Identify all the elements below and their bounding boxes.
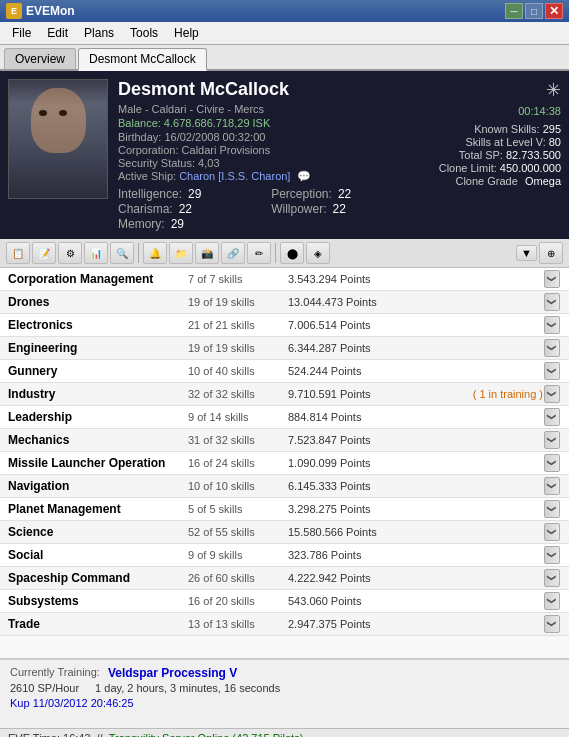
skill-count: 52 of 55 skills bbox=[188, 526, 288, 538]
menu-edit[interactable]: Edit bbox=[39, 24, 76, 42]
skill-count: 19 of 19 skills bbox=[188, 342, 288, 354]
skill-points: 2.947.375 Points bbox=[288, 618, 543, 630]
skill-name: Planet Management bbox=[8, 502, 188, 516]
skill-expand-icon[interactable]: ❯ bbox=[544, 592, 560, 610]
skill-count: 31 of 32 skills bbox=[188, 434, 288, 446]
skill-name: Drones bbox=[8, 295, 188, 309]
tab-character[interactable]: Desmont McCallock bbox=[78, 48, 207, 71]
skill-row[interactable]: Mechanics31 of 32 skills7.523.847 Points… bbox=[0, 429, 569, 452]
toolbar-btn-10[interactable]: ✏ bbox=[247, 242, 271, 264]
training-label: Currently Training: bbox=[10, 666, 100, 680]
menu-tools[interactable]: Tools bbox=[122, 24, 166, 42]
toolbar-btn-6[interactable]: 🔔 bbox=[143, 242, 167, 264]
toolbar-btn-3[interactable]: ⚙ bbox=[58, 242, 82, 264]
toolbar-btn-1[interactable]: 📋 bbox=[6, 242, 30, 264]
attr-charisma: Charisma: 22 bbox=[118, 202, 241, 216]
skill-row[interactable]: Electronics21 of 21 skills7.006.514 Poin… bbox=[0, 314, 569, 337]
skill-row[interactable]: Drones19 of 19 skills13.044.473 Points❯ bbox=[0, 291, 569, 314]
toolbar-btn-8[interactable]: 📸 bbox=[195, 242, 219, 264]
character-birthday: Birthday: 16/02/2008 00:32:00 bbox=[118, 131, 391, 143]
attr-willpower: Willpower: 22 bbox=[271, 202, 391, 216]
skill-row[interactable]: Industry32 of 32 skills9.710.591 Points(… bbox=[0, 383, 569, 406]
avatar-image bbox=[9, 80, 107, 198]
skill-expand-icon[interactable]: ❯ bbox=[544, 408, 560, 426]
skill-name: Mechanics bbox=[8, 433, 188, 447]
toolbar-btn-9[interactable]: 🔗 bbox=[221, 242, 245, 264]
skills-level-value: 80 bbox=[549, 136, 561, 148]
ship-link[interactable]: Charon [I.S.S. Charon] bbox=[179, 170, 290, 182]
skill-expand-icon[interactable]: ❯ bbox=[544, 339, 560, 357]
toolbar-btn-12[interactable]: ◈ bbox=[306, 242, 330, 264]
skill-row[interactable]: Social9 of 9 skills323.786 Points❯ bbox=[0, 544, 569, 567]
skill-expand-icon[interactable]: ❯ bbox=[544, 500, 560, 518]
mem-value: 29 bbox=[171, 217, 184, 231]
character-corporation: Corporation: Caldari Provisions bbox=[118, 144, 391, 156]
attr-perception: Perception: 22 bbox=[271, 187, 391, 201]
clone-grade-label: Clone Grade bbox=[455, 175, 517, 187]
skill-row[interactable]: Spaceship Command26 of 60 skills4.222.94… bbox=[0, 567, 569, 590]
skill-name: Leadership bbox=[8, 410, 188, 424]
mem-label: Memory: bbox=[118, 217, 165, 231]
skill-row[interactable]: Engineering19 of 19 skills6.344.287 Poin… bbox=[0, 337, 569, 360]
skill-expand-icon[interactable]: ❯ bbox=[544, 431, 560, 449]
total-sp: Total SP: 82.733.500 bbox=[459, 149, 561, 161]
toolbar-dropdown[interactable]: ▼ bbox=[516, 245, 537, 261]
skill-expand-icon[interactable]: ❯ bbox=[544, 546, 560, 564]
server-status: Tranquility Server Online (42.715 Pilots… bbox=[109, 732, 304, 737]
close-button[interactable]: ✕ bbox=[545, 3, 563, 19]
toolbar-separator-2 bbox=[275, 243, 276, 263]
maximize-button[interactable]: □ bbox=[525, 3, 543, 19]
skill-points: 15.580.566 Points bbox=[288, 526, 543, 538]
skill-row[interactable]: Trade13 of 13 skills2.947.375 Points❯ bbox=[0, 613, 569, 636]
toolbar-btn-13[interactable]: ⊕ bbox=[539, 242, 563, 264]
tab-bar: Overview Desmont McCallock bbox=[0, 45, 569, 71]
menu-file[interactable]: File bbox=[4, 24, 39, 42]
skill-count: 19 of 19 skills bbox=[188, 296, 288, 308]
skill-expand-icon[interactable]: ❯ bbox=[544, 454, 560, 472]
skill-expand-icon[interactable]: ❯ bbox=[544, 569, 560, 587]
toolbar-btn-2[interactable]: 📝 bbox=[32, 242, 56, 264]
clone-limit-label: Clone Limit: bbox=[439, 162, 497, 174]
window-controls: ─ □ ✕ bbox=[505, 3, 563, 19]
skill-points: 543.060 Points bbox=[288, 595, 543, 607]
skill-expand-icon[interactable]: ❯ bbox=[544, 523, 560, 541]
skill-name: Missile Launcher Operation bbox=[8, 456, 188, 470]
skill-row[interactable]: Gunnery10 of 40 skills524.244 Points❯ bbox=[0, 360, 569, 383]
total-sp-value: 82.733.500 bbox=[506, 149, 561, 161]
skill-row[interactable]: Subsystems16 of 20 skills543.060 Points❯ bbox=[0, 590, 569, 613]
window-title: EVEMon bbox=[26, 4, 505, 18]
menu-plans[interactable]: Plans bbox=[76, 24, 122, 42]
training-skill[interactable]: Veldspar Processing V bbox=[108, 666, 237, 680]
skills-toolbar: 📋 📝 ⚙ 📊 🔍 🔔 📁 📸 🔗 ✏ ⬤ ◈ ▼ ⊕ bbox=[0, 239, 569, 268]
skill-row[interactable]: Missile Launcher Operation16 of 24 skill… bbox=[0, 452, 569, 475]
skill-expand-icon[interactable]: ❯ bbox=[544, 477, 560, 495]
perc-label: Perception: bbox=[271, 187, 332, 201]
character-name: Desmont McCallock bbox=[118, 79, 391, 100]
skill-row[interactable]: Corporation Management7 of 7 skills3.543… bbox=[0, 268, 569, 291]
skill-expand-icon[interactable]: ❯ bbox=[544, 385, 560, 403]
tab-overview[interactable]: Overview bbox=[4, 48, 76, 69]
known-skills-value: 295 bbox=[543, 123, 561, 135]
skill-row[interactable]: Planet Management5 of 5 skills3.298.275 … bbox=[0, 498, 569, 521]
skill-count: 10 of 40 skills bbox=[188, 365, 288, 377]
skill-expand-icon[interactable]: ❯ bbox=[544, 270, 560, 288]
skill-expand-icon[interactable]: ❯ bbox=[544, 293, 560, 311]
skill-expand-icon[interactable]: ❯ bbox=[544, 316, 560, 334]
menu-help[interactable]: Help bbox=[166, 24, 207, 42]
toolbar-btn-7[interactable]: 📁 bbox=[169, 242, 193, 264]
minimize-button[interactable]: ─ bbox=[505, 3, 523, 19]
toolbar-btn-11[interactable]: ⬤ bbox=[280, 242, 304, 264]
toolbar-btn-5[interactable]: 🔍 bbox=[110, 242, 134, 264]
skill-expand-icon[interactable]: ❯ bbox=[544, 615, 560, 633]
skill-count: 5 of 5 skills bbox=[188, 503, 288, 515]
chat-icon[interactable]: 💬 bbox=[297, 170, 311, 182]
skill-row[interactable]: Navigation10 of 10 skills6.145.333 Point… bbox=[0, 475, 569, 498]
skill-expand-icon[interactable]: ❯ bbox=[544, 362, 560, 380]
skill-row[interactable]: Leadership9 of 14 skills884.814 Points❯ bbox=[0, 406, 569, 429]
toolbar-separator-1 bbox=[138, 243, 139, 263]
skill-points: 3.298.275 Points bbox=[288, 503, 543, 515]
toolbar-btn-4[interactable]: 📊 bbox=[84, 242, 108, 264]
skill-points: 9.710.591 Points bbox=[288, 388, 469, 400]
skill-points: 1.090.099 Points bbox=[288, 457, 543, 469]
skill-row[interactable]: Science52 of 55 skills15.580.566 Points❯ bbox=[0, 521, 569, 544]
